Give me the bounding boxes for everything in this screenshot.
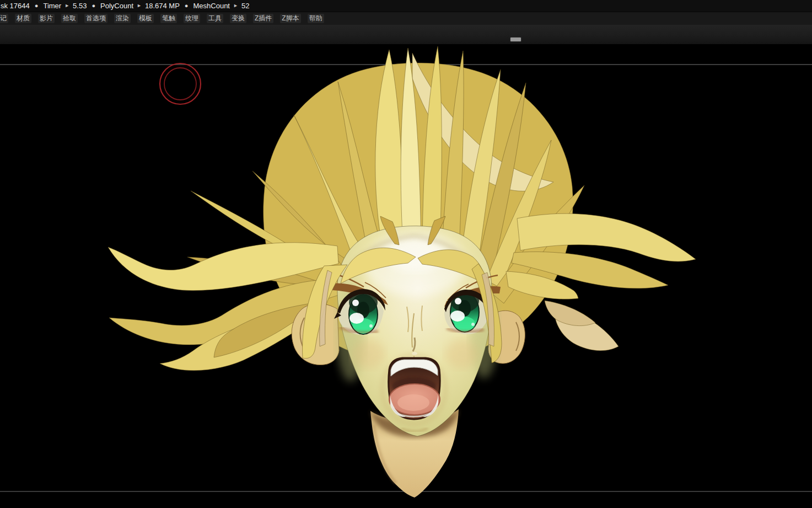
meshcount-label: MeshCount bbox=[193, 2, 230, 10]
menu-item-tool[interactable]: 工具 bbox=[207, 14, 223, 23]
menu-item-stencil[interactable]: 模板 bbox=[137, 14, 154, 23]
mouth bbox=[383, 355, 445, 424]
menu-item-movie[interactable]: 影片 bbox=[38, 14, 55, 23]
polycount-metric: PolyCount ► 18.674 MP bbox=[100, 2, 180, 10]
status-separator-icon: ● bbox=[35, 3, 39, 9]
meshcount-value: 52 bbox=[241, 2, 249, 10]
menu-item-texture[interactable]: 纹理 bbox=[184, 14, 200, 23]
arrow-icon: ► bbox=[137, 3, 142, 8]
menu-item-picker[interactable]: 拾取 bbox=[61, 14, 78, 23]
status-bar: sk 17644 ● Timer ► 5.53 ● PolyCount ► 18… bbox=[0, 0, 812, 12]
menu-bar: 记 材质 影片 拾取 首选项 渲染 模板 笔触 纹理 工具 变换 Z插件 Z脚本… bbox=[0, 12, 812, 25]
menu-item-transform[interactable]: 变换 bbox=[230, 14, 246, 23]
status-separator-icon: ● bbox=[92, 3, 95, 9]
menu-item-material[interactable]: 材质 bbox=[15, 14, 31, 23]
arrow-icon: ► bbox=[64, 3, 69, 8]
polycount-label: PolyCount bbox=[100, 2, 133, 10]
tray-drag-handle[interactable] bbox=[510, 38, 521, 41]
menu-item-stroke[interactable]: 笔触 bbox=[160, 14, 177, 23]
menu-item-zplugin[interactable]: Z插件 bbox=[253, 14, 273, 23]
zbrush-app: sk 17644 ● Timer ► 5.53 ● PolyCount ► 18… bbox=[0, 0, 812, 508]
meshcount-metric: MeshCount ► 52 bbox=[193, 2, 250, 10]
timer-metric: Timer ► 5.53 bbox=[43, 2, 87, 10]
menu-item-preferences[interactable]: 首选项 bbox=[84, 14, 107, 23]
menu-item-help[interactable]: 帮助 bbox=[308, 14, 324, 23]
menu-item-marker[interactable]: 记 bbox=[0, 14, 8, 23]
sculpt-canvas[interactable] bbox=[0, 44, 812, 508]
timer-label: Timer bbox=[43, 2, 61, 10]
menu-item-zscript[interactable]: Z脚本 bbox=[280, 14, 300, 23]
polycount-value: 18.674 MP bbox=[145, 2, 180, 10]
divider-strip bbox=[0, 25, 812, 44]
timer-value: 5.53 bbox=[73, 2, 87, 10]
status-left-label: sk 17644 bbox=[1, 2, 30, 10]
menu-item-render[interactable]: 渲染 bbox=[114, 14, 131, 23]
arrow-icon: ► bbox=[233, 3, 238, 8]
status-separator-icon: ● bbox=[185, 3, 189, 9]
